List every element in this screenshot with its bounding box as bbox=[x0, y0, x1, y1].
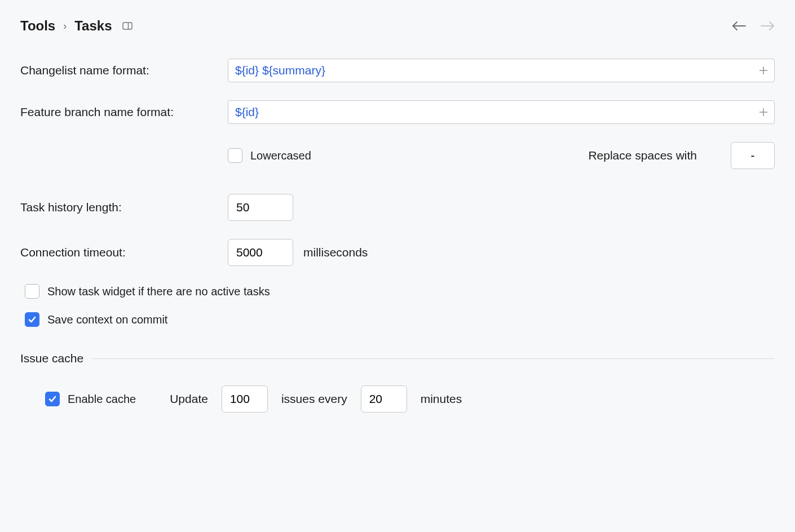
connection-timeout-input[interactable] bbox=[228, 239, 293, 266]
save-context-checkbox[interactable]: Save context on commit bbox=[25, 312, 775, 327]
cache-minutes-input[interactable] bbox=[361, 385, 407, 413]
back-arrow-icon[interactable] bbox=[732, 21, 747, 31]
svg-rect-0 bbox=[123, 23, 132, 29]
feature-branch-format-label: Feature branch name format: bbox=[20, 105, 228, 119]
checkbox-icon bbox=[45, 392, 60, 406]
issue-cache-title: Issue cache bbox=[20, 352, 83, 365]
breadcrumb-parent[interactable]: Tools bbox=[20, 18, 55, 34]
section-divider bbox=[92, 358, 775, 359]
checkbox-icon bbox=[228, 148, 242, 163]
show-widget-row: Show task widget if there are no active … bbox=[20, 284, 775, 299]
task-history-input[interactable] bbox=[228, 194, 293, 221]
show-widget-checkbox[interactable]: Show task widget if there are no active … bbox=[25, 284, 775, 299]
panel-icon[interactable] bbox=[122, 22, 132, 30]
checkbox-icon bbox=[25, 312, 39, 327]
expand-variables-icon[interactable] bbox=[757, 105, 770, 119]
feature-branch-format-input-wrap bbox=[228, 100, 775, 124]
branch-options-row: Lowercased Replace spaces with bbox=[228, 142, 775, 169]
changelist-format-input-wrap bbox=[228, 59, 775, 82]
enable-cache-checkbox[interactable]: Enable cache bbox=[45, 392, 136, 406]
minutes-label: minutes bbox=[421, 392, 462, 406]
connection-timeout-label: Connection timeout: bbox=[20, 246, 228, 259]
replace-spaces-input[interactable] bbox=[731, 142, 775, 169]
task-history-row: Task history length: bbox=[20, 194, 775, 221]
changelist-format-input[interactable] bbox=[228, 59, 775, 82]
settings-header: Tools › Tasks bbox=[20, 18, 775, 34]
issues-every-label: issues every bbox=[281, 392, 347, 406]
feature-branch-format-row: Feature branch name format: bbox=[20, 100, 775, 124]
save-context-row: Save context on commit bbox=[20, 312, 775, 327]
task-history-label: Task history length: bbox=[20, 201, 228, 214]
issue-cache-section: Issue cache Enable cache Update issues e… bbox=[20, 352, 775, 413]
cache-count-input[interactable] bbox=[222, 385, 268, 413]
breadcrumb-separator-icon: › bbox=[63, 20, 67, 32]
breadcrumb-current: Tasks bbox=[74, 18, 112, 34]
breadcrumb: Tools › Tasks bbox=[20, 18, 132, 34]
save-context-label: Save context on commit bbox=[47, 313, 167, 326]
expand-variables-icon[interactable] bbox=[757, 64, 770, 77]
changelist-format-row: Changelist name format: bbox=[20, 59, 775, 82]
show-widget-label: Show task widget if there are no active … bbox=[47, 285, 270, 298]
changelist-format-label: Changelist name format: bbox=[20, 64, 228, 77]
enable-cache-label: Enable cache bbox=[68, 393, 136, 406]
connection-timeout-row: Connection timeout: milliseconds bbox=[20, 239, 775, 266]
nav-arrows bbox=[732, 21, 775, 31]
lowercased-label: Lowercased bbox=[250, 149, 311, 162]
section-title-row: Issue cache bbox=[20, 352, 775, 365]
replace-spaces-label: Replace spaces with bbox=[588, 149, 697, 162]
checkbox-icon bbox=[25, 284, 39, 299]
forward-arrow-icon bbox=[760, 21, 775, 31]
lowercased-checkbox[interactable]: Lowercased bbox=[228, 148, 311, 163]
feature-branch-format-input[interactable] bbox=[228, 100, 775, 124]
milliseconds-label: milliseconds bbox=[303, 246, 368, 259]
cache-row: Enable cache Update issues every minutes bbox=[45, 385, 775, 413]
update-label: Update bbox=[170, 392, 208, 406]
